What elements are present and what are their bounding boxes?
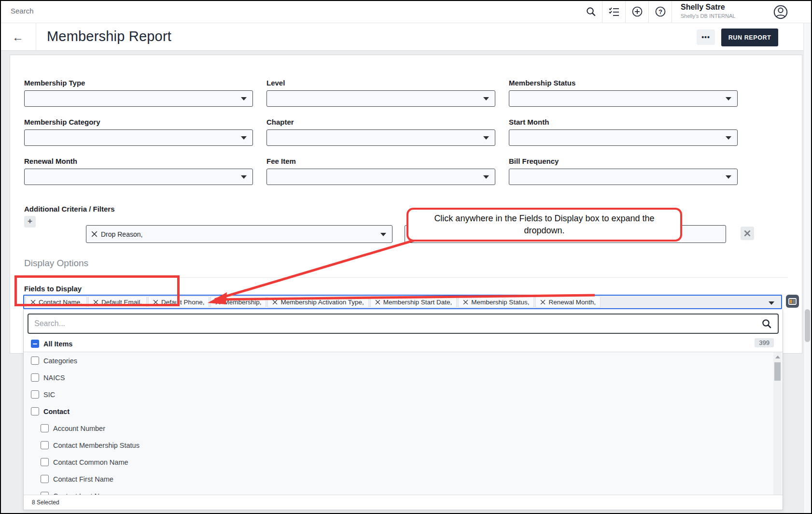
field-tag[interactable]: Renewal Month, — [535, 296, 601, 308]
dropdown-footer: 8 Selected — [24, 495, 783, 509]
list-item[interactable]: Categories — [24, 352, 783, 369]
remove-icon — [30, 300, 36, 305]
item-checkbox[interactable] — [41, 458, 49, 466]
remove-icon — [375, 300, 380, 305]
column-chooser-button[interactable] — [786, 295, 799, 308]
list-item[interactable]: Contact Common Name — [24, 454, 783, 471]
filter-select[interactable] — [509, 169, 738, 185]
field-tag[interactable]: Membership Start Date, — [370, 296, 457, 308]
list-item[interactable]: Contact — [24, 403, 783, 420]
user-name: Shelly Satre — [681, 3, 735, 12]
filter-field: Membership Type — [24, 79, 253, 107]
list-scrollbar[interactable] — [773, 352, 782, 495]
all-items-checkbox[interactable] — [31, 340, 39, 348]
fields-to-display-label: Fields to Display — [24, 285, 82, 293]
topbar-divider — [672, 0, 672, 23]
back-button[interactable]: ← — [0, 23, 36, 51]
filter-select[interactable] — [266, 90, 495, 107]
filter-label: Renewal Month — [24, 157, 253, 165]
field-tag[interactable]: Contact Name, — [26, 296, 87, 308]
page-title: Membership Report — [47, 29, 171, 44]
filter-select[interactable] — [266, 169, 495, 185]
item-checkbox[interactable] — [41, 475, 49, 483]
dropdown-search-input[interactable]: Search... — [28, 314, 779, 334]
item-label: Contact First Name — [53, 475, 113, 483]
drop-reason-tag[interactable]: Drop Reason, — [91, 230, 142, 238]
page-scrollbar-thumb[interactable] — [805, 309, 810, 342]
help-icon[interactable]: ? — [649, 0, 672, 23]
user-menu[interactable]: Shelly Satre Shelly's DB INTERNAL — [681, 3, 735, 19]
avatar-icon[interactable] — [773, 4, 788, 22]
item-label: NAICS — [43, 374, 65, 382]
filter-select[interactable] — [24, 90, 253, 107]
filter-field: Start Month — [509, 118, 738, 146]
svg-text:?: ? — [658, 9, 662, 15]
chevron-down-icon — [483, 136, 489, 140]
more-options-button[interactable]: ••• — [697, 29, 715, 45]
list-item[interactable]: Contact Last Name — [24, 487, 783, 495]
filter-select[interactable] — [509, 90, 738, 107]
checklist-icon[interactable] — [602, 0, 625, 23]
add-icon[interactable] — [626, 0, 648, 23]
remove-icon — [215, 300, 221, 305]
chevron-down-icon — [769, 301, 774, 305]
remove-icon — [272, 300, 278, 305]
filter-field: Membership Category — [24, 118, 253, 146]
items-count-badge: 399 — [755, 338, 774, 347]
global-search-input[interactable]: Search — [11, 7, 34, 15]
remove-icon — [463, 300, 468, 305]
search-icon[interactable] — [579, 0, 602, 23]
list-item[interactable]: Account Number — [24, 420, 783, 437]
selected-count: 8 Selected — [32, 499, 59, 506]
filter-label: Level — [266, 79, 495, 87]
item-label: SIC — [43, 391, 55, 399]
scroll-up-arrow-icon[interactable] — [775, 356, 780, 358]
filter-field: Renewal Month — [24, 157, 253, 185]
item-checkbox[interactable] — [41, 424, 49, 432]
field-tag[interactable]: Default Phone, — [148, 296, 209, 308]
item-checkbox[interactable] — [31, 407, 39, 415]
list-item[interactable]: NAICS — [24, 369, 783, 386]
column-chooser-icon — [788, 298, 797, 305]
filter-label: Chapter — [266, 118, 495, 126]
chevron-down-icon — [726, 175, 731, 179]
field-tag[interactable]: Membership Status, — [458, 296, 534, 308]
run-report-button[interactable]: RUN REPORT — [721, 29, 778, 46]
filter-field: Membership Status — [509, 79, 738, 107]
chevron-down-icon — [241, 136, 247, 140]
remove-filter-button[interactable] — [741, 227, 754, 240]
filter-select[interactable] — [509, 129, 738, 146]
list-item[interactable]: Contact Membership Status — [24, 437, 783, 454]
page-scrollbar[interactable] — [803, 23, 811, 513]
filter-select[interactable] — [266, 129, 495, 146]
item-label: Account Number — [53, 425, 105, 432]
add-filter-button[interactable]: + — [24, 216, 36, 228]
filter-label: Bill Frequency — [509, 157, 738, 165]
field-tag[interactable]: Default Email, — [88, 296, 147, 308]
fields-to-display-box[interactable]: Contact Name, Default Email, Default Pho… — [23, 295, 782, 309]
filter-field: Chapter — [266, 118, 495, 146]
additional-criteria-label: Additional Criteria / Filters — [24, 205, 115, 213]
filter-select[interactable] — [24, 129, 253, 146]
filter-field: Fee Item — [266, 157, 495, 185]
field-tag[interactable]: Membership, — [210, 296, 266, 308]
list-item[interactable]: Contact First Name — [24, 471, 783, 487]
all-items-row[interactable]: All Items 399 — [24, 336, 783, 352]
list-item[interactable]: SIC — [24, 386, 783, 403]
additional-filter-select[interactable]: Drop Reason, — [86, 225, 392, 243]
display-options-heading: Display Options — [24, 258, 88, 269]
chevron-down-icon — [483, 97, 489, 100]
item-checkbox[interactable] — [31, 357, 39, 365]
scrollbar-thumb[interactable] — [774, 362, 781, 381]
filter-field: Bill Frequency — [509, 157, 738, 185]
section-divider — [23, 277, 788, 278]
field-tag[interactable]: Membership Activation Type, — [267, 296, 368, 308]
dropdown-search-placeholder: Search... — [34, 319, 761, 328]
item-checkbox[interactable] — [31, 373, 39, 382]
item-checkbox[interactable] — [31, 390, 39, 399]
filter-select[interactable] — [24, 169, 253, 185]
chevron-down-icon — [726, 97, 731, 100]
item-checkbox[interactable] — [41, 441, 49, 449]
fields-dropdown-panel: Search... All Items 399 Categories NAICS… — [23, 309, 783, 510]
item-label: Contact Membership Status — [53, 442, 140, 449]
